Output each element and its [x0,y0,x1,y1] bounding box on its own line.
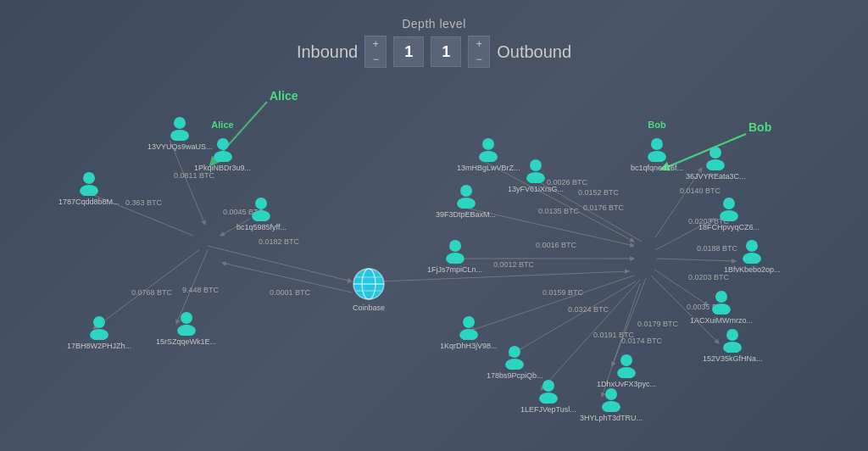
svg-point-67 [90,329,108,340]
svg-point-94 [746,240,758,252]
svg-point-77 [446,253,465,264]
node-n1BfvK[interactable]: 1BfvKbebo2op... [724,237,781,274]
node-name-alice_node: Alice [211,120,233,130]
node-icon-n1BfvK [738,237,765,264]
svg-point-62 [83,172,95,184]
node-label-n15rS: 15rSZqqeWk1E... [156,337,216,346]
node-n1787[interactable]: 1787Cqdd8b8M... [58,169,120,206]
node-nbc1q[interactable]: bc1q5985fyff... [236,194,287,231]
node-n15rS[interactable]: 15rSZqqeWk1E... [156,309,216,346]
node-label-n1FJs: 1FjJs7mpiCLn... [427,265,482,274]
node-icon-n13mH [475,135,502,162]
node-icon-n13yF [522,156,549,183]
svg-point-83 [539,393,558,404]
svg-point-89 [526,172,545,183]
node-name-bob_node: Bob [648,120,665,130]
node-label-n18FC: 18FCHpvyqCZ6... [698,223,760,231]
node-label-n3HYL: 3HYLphT3dTRU... [580,414,643,422]
svg-point-98 [726,329,738,341]
node-label-bob_node: bc1qfqned76f... [631,164,683,172]
node-n178bs[interactable]: 178bs9PcpiQb... [487,342,543,380]
node-n17BH[interactable]: 17BH8W2PHJZh... [67,313,131,350]
node-icon-coinbase [351,266,387,302]
outbound-value: 1 [431,36,461,67]
node-label-n1ACX: 1ACXuiMWmrzo... [690,316,753,325]
svg-point-76 [449,240,461,252]
inbound-label: Inbound [297,42,358,62]
svg-point-96 [715,291,727,303]
svg-point-84 [605,388,617,400]
svg-point-64 [174,117,186,129]
node-n39F3[interactable]: 39F3DtpEBaxM... [436,181,496,219]
node-n18FC[interactable]: 18FCHpvyqCZ6... [698,194,760,231]
inbound-stepper[interactable]: + − [364,36,387,68]
node-n13VY[interactable]: 13VYUQs9waUS... [147,114,213,151]
svg-point-99 [723,342,742,353]
svg-point-91 [706,159,725,170]
inbound-minus-button[interactable]: − [365,52,386,67]
svg-point-93 [720,210,738,221]
svg-point-78 [463,316,475,328]
node-n3HYL[interactable]: 3HYLphT3dTRU... [580,385,643,422]
node-bob_node[interactable]: Bobbc1qfqned76f... [631,135,683,172]
node-label-alice_node: 1PkqiNBDr3u9... [194,164,251,172]
node-label-nbc1q: bc1q5985fyff... [236,223,287,231]
svg-point-80 [509,346,520,358]
node-n13yF[interactable]: 13yFV61iXrsG... [508,156,564,193]
svg-point-54 [651,138,663,150]
svg-point-95 [743,253,761,264]
node-icon-n15rS [173,309,200,336]
inbound-plus-button[interactable]: + [365,36,386,52]
outbound-stepper[interactable]: + − [468,36,490,68]
node-label-n1LEF: 1LEFJVepTusl... [520,405,576,414]
node-n1Dhx[interactable]: 1DhxUvFX3pyc... [597,351,656,388]
node-label-coinbase: Coinbase [353,303,385,312]
svg-point-69 [177,325,196,336]
node-icon-n1ACX [708,287,735,315]
svg-point-55 [648,151,666,162]
node-label-n1Dhx: 1DhxUvFX3pyc... [597,380,656,388]
svg-point-85 [602,401,620,412]
svg-point-86 [620,354,632,366]
node-label-n152V: 152V35kGfHNa... [703,354,763,363]
svg-point-75 [457,198,476,209]
node-icon-n36JV [702,143,729,170]
svg-point-72 [482,138,494,150]
node-icon-n1Dhx [613,351,640,378]
node-coinbase[interactable]: Coinbase [351,266,387,312]
node-label-n17BH: 17BH8W2PHJZh... [67,342,131,350]
node-icon-n1KqrD [455,313,482,340]
node-icon-n1LEF [535,376,562,404]
node-icon-n18FC [715,194,743,221]
node-icon-n152V [719,326,746,353]
outbound-plus-button[interactable]: + [469,36,489,52]
node-n152V[interactable]: 152V35kGfHNa... [703,326,763,363]
svg-point-88 [530,159,542,171]
node-icon-n13VY [166,114,193,141]
outbound-minus-button[interactable]: − [469,52,489,67]
node-icon-bob_node: Bob [643,135,670,162]
svg-point-92 [723,198,735,209]
svg-point-74 [460,185,472,197]
node-icon-n1787 [75,169,103,196]
outbound-label: Outbound [497,42,571,62]
svg-point-81 [505,359,524,370]
node-icon-n1FJs [442,237,469,264]
svg-point-65 [170,130,189,141]
depth-controls-row: Inbound + − 1 1 + − Outbound [297,36,571,68]
node-label-n1787: 1787Cqdd8b8M... [58,198,120,206]
svg-point-68 [181,312,192,324]
svg-point-66 [93,316,105,328]
node-n1LEF[interactable]: 1LEFJVepTusl... [520,376,576,414]
node-label-n39F3: 39F3DtpEBaxM... [436,210,496,219]
node-icon-n17BH [86,313,113,340]
node-n1FJs[interactable]: 1FjJs7mpiCLn... [427,237,482,274]
node-label-n13yF: 13yFV61iXrsG... [508,185,564,193]
node-n36JV[interactable]: 36JVYREata3C... [686,143,746,181]
node-icon-n3HYL [598,385,625,412]
node-label-n13VY: 13VYUQs9waUS... [147,142,213,151]
node-n1ACX[interactable]: 1ACXuiMWmrzo... [690,287,753,325]
depth-control: Depth level Inbound + − 1 1 + − Outbound [297,17,571,68]
node-label-n36JV: 36JVYREata3C... [686,172,746,181]
svg-point-70 [255,198,267,209]
